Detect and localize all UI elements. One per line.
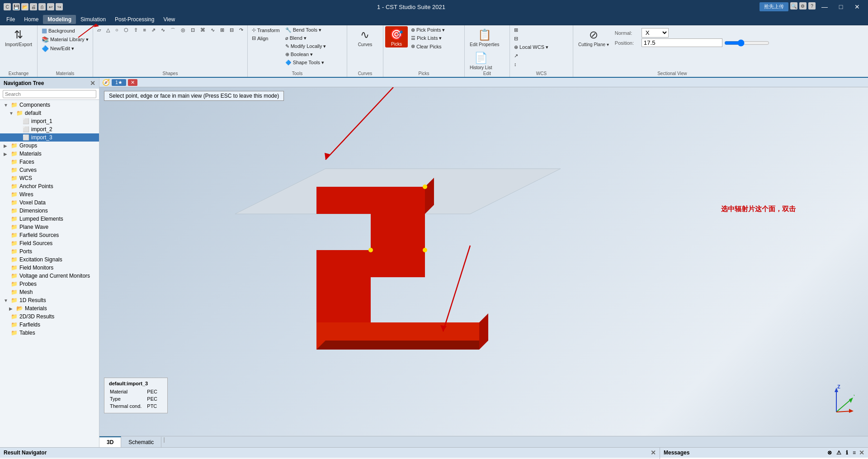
history-list-button[interactable]: 📄 History List [467, 49, 495, 71]
shape-btn-4[interactable]: ⬡ [122, 26, 131, 34]
cutting-plane-button[interactable]: ⊘ Cutting Plane ▾ [575, 26, 612, 48]
tree-item-tables[interactable]: 📁 Tables [0, 329, 99, 337]
menu-home[interactable]: Home [19, 15, 43, 24]
tree-item-field-monitors[interactable]: 📁 Field Monitors [0, 264, 99, 272]
shape-btn-13[interactable]: ∿ [208, 26, 217, 34]
tree-item-wcs[interactable]: 📁 WCS [0, 174, 99, 182]
pick-points-button[interactable]: ⊕ Pick Points ▾ [409, 26, 447, 34]
tree-item-default[interactable]: ▼ 📁 default [0, 109, 99, 117]
tree-item-ports[interactable]: 📁 Ports [0, 247, 99, 256]
clear-picks-button[interactable]: ⊗ Clear Picks [409, 43, 447, 50]
edit-properties-button[interactable]: 📋 Edit Properties [467, 26, 503, 48]
tree-item-dimensions[interactable]: 📁 Dimensions [0, 207, 99, 215]
wcs-btn-1[interactable]: ⊞ [512, 26, 520, 34]
tree-item-components[interactable]: ▼ 📁 Components [0, 101, 99, 109]
result-nav-close[interactable]: ✕ [651, 449, 656, 456]
tree-item-anchor-points[interactable]: 📁 Anchor Points [0, 182, 99, 190]
shape-btn-11[interactable]: ⊡ [189, 26, 197, 34]
tree-item-2d3d[interactable]: 📁 2D/3D Results [0, 312, 99, 321]
tree-item-materials-1d[interactable]: ▶ 📂 Materials [0, 304, 99, 312]
msg-warn-icon[interactable]: ⚠ [835, 449, 843, 456]
tree-item-lumped[interactable]: 📁 Lumped Elements [0, 215, 99, 223]
undo-icon[interactable]: ↩ [47, 3, 54, 10]
tab-schematic[interactable]: Schematic [121, 436, 161, 447]
quick-access-icon4[interactable]: ⎙ [38, 3, 46, 10]
search-titlebar-icon[interactable]: 🔍 [790, 2, 797, 9]
msg-info-icon[interactable]: ℹ [844, 449, 849, 456]
shape-btn-1[interactable]: ▱ [95, 26, 103, 34]
shape-btn-15[interactable]: ⊟ [227, 26, 236, 34]
tree-item-faces[interactable]: 📁 Faces [0, 158, 99, 166]
tree-item-voxel[interactable]: 📁 Voxel Data [0, 199, 99, 207]
modify-locally-button[interactable]: ✎ Modify Locally ▾ [283, 43, 329, 50]
shape-btn-6[interactable]: ≡ [141, 26, 148, 33]
blend-button[interactable]: ⌀ Blend ▾ [283, 34, 329, 42]
shape-btn-8[interactable]: ∿ [159, 26, 167, 34]
tab-3d[interactable]: 3D [99, 436, 121, 447]
nav-tree-close[interactable]: ✕ [90, 80, 95, 87]
boolean-button[interactable]: ⊕ Boolean ▾ [283, 51, 329, 58]
tree-item-curves[interactable]: 📁 Curves [0, 166, 99, 174]
shape-btn-7[interactable]: ⇗ [149, 26, 158, 34]
tree-item-farfields[interactable]: 📁 Farfields [0, 321, 99, 329]
tree-item-1d-results[interactable]: ▼ 📁 1D Results [0, 296, 99, 304]
tree-item-plane-wave[interactable]: 📁 Plane Wave [0, 223, 99, 231]
msg-clear-icon[interactable]: ⊗ [826, 449, 833, 456]
maximize-button[interactable]: □ [834, 2, 848, 11]
quick-access-icon2[interactable]: 📂 [21, 3, 28, 10]
shape-btn-2[interactable]: △ [104, 26, 112, 34]
shape-btn-3[interactable]: ○ [113, 26, 121, 33]
tree-item-groups[interactable]: ▶ 📁 Groups [0, 142, 99, 150]
wcs-btn-4[interactable]: ↕ [512, 61, 519, 68]
background-button[interactable]: ▦ Background [39, 26, 91, 35]
position-slider[interactable] [724, 39, 769, 47]
import-export-button[interactable]: ⇅ Import/Export [2, 26, 35, 48]
shape-btn-9[interactable]: ⌒ [168, 26, 178, 35]
tree-item-farfield-sources[interactable]: 📁 Farfield Sources [0, 231, 99, 239]
wcs-btn-3[interactable]: ↗ [512, 52, 520, 60]
upload-btn[interactable]: 抢先上传 [760, 2, 788, 11]
align-button[interactable]: ⊟ Align [250, 34, 282, 42]
tree-item-field-sources[interactable]: 📁 Field Sources [0, 239, 99, 247]
tree-item-mesh[interactable]: 📁 Mesh [0, 288, 99, 296]
quick-access-icon1[interactable]: 💾 [13, 3, 20, 10]
tree-item-wires[interactable]: 📁 Wires [0, 190, 99, 199]
bend-tools-button[interactable]: 🔧 Bend Tools ▾ [283, 26, 329, 34]
tree-item-voltage-current[interactable]: 📁 Voltage and Current Monitors [0, 272, 99, 280]
shape-btn-12[interactable]: ⌘ [198, 26, 208, 34]
viewport-close-tab[interactable]: ✕ [128, 79, 137, 86]
transform-button[interactable]: ⊹ Transform [250, 26, 282, 34]
tree-item-import3[interactable]: ⬜ import_3 [0, 133, 99, 142]
tree-item-excitation[interactable]: 📁 Excitation Signals [0, 256, 99, 264]
wcs-btn-2[interactable]: ⊟ [512, 35, 520, 43]
pick-lists-button[interactable]: ☰ Pick Lists ▾ [409, 34, 447, 42]
viewport-tab-active[interactable]: 1★ [112, 79, 126, 86]
tree-item-materials[interactable]: ▶ 📁 Materials [0, 150, 99, 158]
position-input[interactable] [642, 38, 722, 47]
viewport-3d-view[interactable]: Select point, edge or face in main view … [99, 87, 868, 436]
menu-view[interactable]: View [159, 15, 179, 24]
quick-access-icon3[interactable]: 🖨 [30, 3, 37, 10]
redo-icon[interactable]: ↪ [56, 3, 63, 10]
menu-modeling[interactable]: Modeling [43, 15, 76, 24]
shape-btn-14[interactable]: ⊞ [218, 26, 226, 34]
tree-item-probes[interactable]: 📁 Probes [0, 280, 99, 288]
picks-button[interactable]: 🎯 Picks [385, 26, 408, 47]
new-edit-button[interactable]: 🔷 New/Edit ▾ [39, 44, 91, 53]
shape-btn-10[interactable]: ◎ [179, 26, 188, 34]
local-wcs-button[interactable]: ⊕ Local WCS ▾ [512, 43, 551, 51]
msg-list-icon[interactable]: ≡ [851, 449, 857, 456]
nav-search-input[interactable] [3, 90, 96, 98]
tree-item-import2[interactable]: ⬜ import_2 [0, 125, 99, 133]
menu-postprocessing[interactable]: Post-Processing [110, 15, 159, 24]
normal-select[interactable]: XYZ [642, 28, 669, 38]
shape-btn-5[interactable]: ⇧ [132, 26, 140, 34]
minimize-button[interactable]: — [817, 2, 832, 11]
menu-file[interactable]: File [2, 15, 19, 24]
close-button[interactable]: ✕ [850, 2, 864, 11]
settings-titlebar-icon[interactable]: ⚙ [799, 2, 807, 9]
shape-tools-button[interactable]: 🔷 Shape Tools ▾ [283, 59, 329, 66]
curves-button[interactable]: ∿ Curves [354, 26, 376, 48]
messages-close[interactable]: ✕ [859, 449, 864, 456]
shape-btn-16[interactable]: ↷ [237, 26, 245, 34]
